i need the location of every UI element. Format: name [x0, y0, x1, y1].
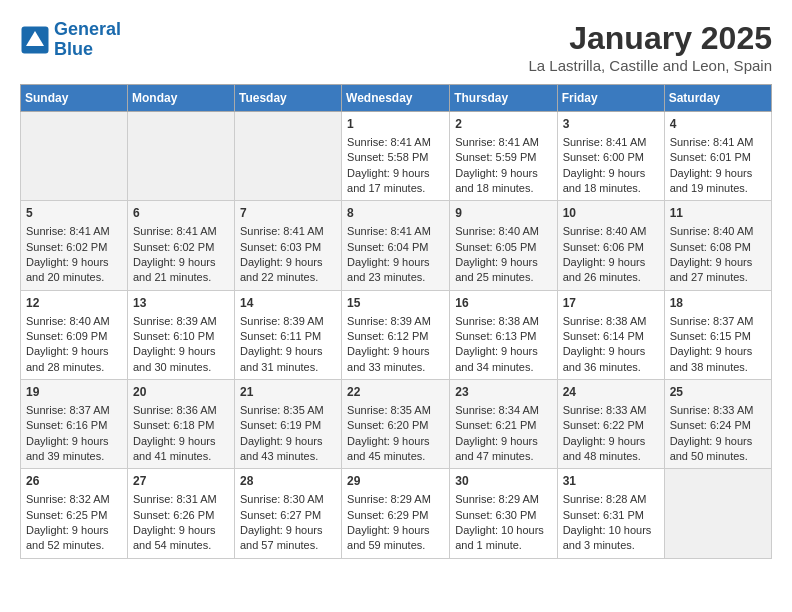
day-info-line: Sunrise: 8:30 AM: [240, 493, 324, 505]
day-info-line: and 18 minutes.: [563, 182, 641, 194]
day-number: 31: [563, 473, 659, 490]
day-info-line: Sunset: 6:06 PM: [563, 241, 644, 253]
day-info-line: Sunrise: 8:40 AM: [670, 225, 754, 237]
day-number: 12: [26, 295, 122, 312]
logo-text: General Blue: [54, 20, 121, 60]
day-info-line: and 23 minutes.: [347, 271, 425, 283]
day-info-line: Sunrise: 8:41 AM: [240, 225, 324, 237]
day-info-line: Daylight: 9 hours: [455, 345, 538, 357]
day-info-line: and 39 minutes.: [26, 450, 104, 462]
day-info-line: Sunset: 6:13 PM: [455, 330, 536, 342]
calendar-header: SundayMondayTuesdayWednesdayThursdayFrid…: [21, 85, 772, 112]
day-number: 22: [347, 384, 444, 401]
day-number: 6: [133, 205, 229, 222]
day-info-line: Daylight: 9 hours: [240, 345, 323, 357]
week-row-1: 1Sunrise: 8:41 AMSunset: 5:58 PMDaylight…: [21, 112, 772, 201]
day-info-line: Sunset: 6:19 PM: [240, 419, 321, 431]
day-info-line: Daylight: 9 hours: [26, 256, 109, 268]
calendar-cell: 9Sunrise: 8:40 AMSunset: 6:05 PMDaylight…: [450, 201, 557, 290]
day-number: 8: [347, 205, 444, 222]
day-info-line: Sunrise: 8:41 AM: [347, 136, 431, 148]
day-info-line: Sunset: 6:30 PM: [455, 509, 536, 521]
day-info-line: Daylight: 9 hours: [563, 345, 646, 357]
day-header-wednesday: Wednesday: [342, 85, 450, 112]
day-info-line: Daylight: 9 hours: [347, 524, 430, 536]
day-info-line: and 50 minutes.: [670, 450, 748, 462]
day-info-line: and 47 minutes.: [455, 450, 533, 462]
calendar-cell: 23Sunrise: 8:34 AMSunset: 6:21 PMDayligh…: [450, 380, 557, 469]
calendar-cell: [234, 112, 341, 201]
day-number: 21: [240, 384, 336, 401]
day-info-line: Daylight: 9 hours: [670, 435, 753, 447]
day-info-line: and 33 minutes.: [347, 361, 425, 373]
day-info-line: and 57 minutes.: [240, 539, 318, 551]
day-number: 7: [240, 205, 336, 222]
day-info-line: Daylight: 10 hours: [563, 524, 652, 536]
day-info-line: Sunrise: 8:35 AM: [240, 404, 324, 416]
day-info-line: Sunrise: 8:40 AM: [455, 225, 539, 237]
day-number: 28: [240, 473, 336, 490]
day-number: 16: [455, 295, 551, 312]
day-number: 27: [133, 473, 229, 490]
day-header-friday: Friday: [557, 85, 664, 112]
day-info-line: Sunrise: 8:41 AM: [347, 225, 431, 237]
day-info-line: Sunrise: 8:41 AM: [670, 136, 754, 148]
day-number: 26: [26, 473, 122, 490]
day-info-line: Sunrise: 8:33 AM: [670, 404, 754, 416]
day-number: 2: [455, 116, 551, 133]
day-number: 11: [670, 205, 766, 222]
day-info-line: Sunset: 5:59 PM: [455, 151, 536, 163]
day-info-line: Sunset: 6:15 PM: [670, 330, 751, 342]
day-info-line: and 30 minutes.: [133, 361, 211, 373]
day-info-line: and 25 minutes.: [455, 271, 533, 283]
page-header: General Blue January 2025 La Lastrilla, …: [20, 20, 772, 74]
day-info-line: and 54 minutes.: [133, 539, 211, 551]
day-header-tuesday: Tuesday: [234, 85, 341, 112]
calendar-cell: 31Sunrise: 8:28 AMSunset: 6:31 PMDayligh…: [557, 469, 664, 558]
page-subtitle: La Lastrilla, Castille and Leon, Spain: [529, 57, 773, 74]
day-info-line: Sunset: 6:12 PM: [347, 330, 428, 342]
day-info-line: Sunset: 6:01 PM: [670, 151, 751, 163]
day-info-line: Sunset: 6:10 PM: [133, 330, 214, 342]
day-info-line: Sunset: 6:02 PM: [26, 241, 107, 253]
day-info-line: and 36 minutes.: [563, 361, 641, 373]
day-info-line: Daylight: 9 hours: [455, 256, 538, 268]
day-info-line: Daylight: 9 hours: [133, 524, 216, 536]
calendar-cell: 20Sunrise: 8:36 AMSunset: 6:18 PMDayligh…: [127, 380, 234, 469]
day-info-line: Sunset: 6:26 PM: [133, 509, 214, 521]
day-number: 3: [563, 116, 659, 133]
day-info-line: Sunrise: 8:41 AM: [133, 225, 217, 237]
day-info-line: Daylight: 9 hours: [563, 256, 646, 268]
calendar-body: 1Sunrise: 8:41 AMSunset: 5:58 PMDaylight…: [21, 112, 772, 559]
calendar-cell: 19Sunrise: 8:37 AMSunset: 6:16 PMDayligh…: [21, 380, 128, 469]
day-info-line: Daylight: 9 hours: [133, 435, 216, 447]
day-info-line: Daylight: 9 hours: [133, 345, 216, 357]
calendar-cell: [664, 469, 771, 558]
calendar-cell: [21, 112, 128, 201]
day-info-line: Daylight: 9 hours: [133, 256, 216, 268]
day-info-line: Sunrise: 8:37 AM: [26, 404, 110, 416]
day-info-line: and 18 minutes.: [455, 182, 533, 194]
calendar-cell: 22Sunrise: 8:35 AMSunset: 6:20 PMDayligh…: [342, 380, 450, 469]
day-number: 4: [670, 116, 766, 133]
logo-icon: [20, 25, 50, 55]
day-info-line: Sunrise: 8:39 AM: [347, 315, 431, 327]
day-info-line: and 19 minutes.: [670, 182, 748, 194]
day-info-line: and 31 minutes.: [240, 361, 318, 373]
day-number: 30: [455, 473, 551, 490]
calendar-cell: 17Sunrise: 8:38 AMSunset: 6:14 PMDayligh…: [557, 290, 664, 379]
day-info-line: Sunrise: 8:29 AM: [347, 493, 431, 505]
day-info-line: Sunrise: 8:31 AM: [133, 493, 217, 505]
calendar-cell: 27Sunrise: 8:31 AMSunset: 6:26 PMDayligh…: [127, 469, 234, 558]
calendar-cell: 25Sunrise: 8:33 AMSunset: 6:24 PMDayligh…: [664, 380, 771, 469]
day-info-line: Sunset: 6:20 PM: [347, 419, 428, 431]
calendar-cell: 26Sunrise: 8:32 AMSunset: 6:25 PMDayligh…: [21, 469, 128, 558]
calendar-cell: 8Sunrise: 8:41 AMSunset: 6:04 PMDaylight…: [342, 201, 450, 290]
day-number: 10: [563, 205, 659, 222]
calendar-cell: 30Sunrise: 8:29 AMSunset: 6:30 PMDayligh…: [450, 469, 557, 558]
day-info-line: Sunrise: 8:40 AM: [563, 225, 647, 237]
calendar-cell: [127, 112, 234, 201]
day-number: 23: [455, 384, 551, 401]
day-info-line: Daylight: 9 hours: [670, 167, 753, 179]
day-info-line: Sunset: 6:31 PM: [563, 509, 644, 521]
